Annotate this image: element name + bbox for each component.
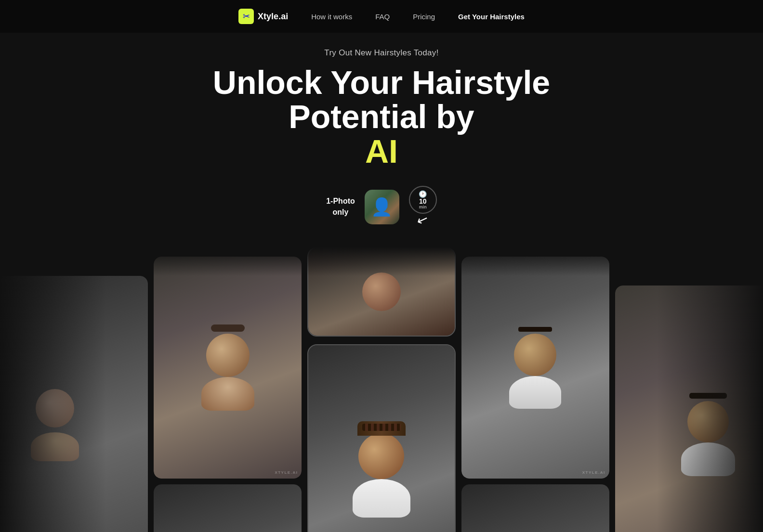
gallery-col-2: XTYLE.AI XTYLE.AI bbox=[154, 257, 302, 532]
hero-section: Try Out New Hairstyles Today! Unlock You… bbox=[0, 0, 763, 228]
gallery-card-center-main: XTYLE.AI bbox=[307, 344, 455, 532]
hero-subtitle: Try Out New Hairstyles Today! bbox=[324, 48, 438, 58]
navbar: ✂ Xtyle.ai How it works FAQ Pricing Get … bbox=[0, 0, 763, 33]
gallery-card: XTYLE.AI bbox=[154, 484, 302, 532]
hero-title-ai: AI bbox=[365, 133, 398, 169]
hero-photo-label: 1-Photoonly bbox=[326, 196, 355, 218]
gallery-col-1 bbox=[0, 276, 148, 532]
gallery-card: XTYLE.AI bbox=[154, 257, 302, 479]
timer-unit: min bbox=[419, 205, 427, 209]
hero-photo-thumb bbox=[365, 190, 399, 224]
nav-get-hairstyles[interactable]: Get Your Hairstyles bbox=[458, 13, 525, 21]
gallery-col-center: XTYLE.AI bbox=[307, 247, 455, 532]
gallery-card bbox=[0, 276, 148, 532]
gallery-card: XTYLE.AI bbox=[615, 285, 763, 532]
hero-photo-row: 1-Photoonly 🕐 10 min ↙ bbox=[326, 186, 437, 228]
timer-icon: 🕐 bbox=[419, 190, 427, 198]
gallery-card: XTYLE.AI bbox=[461, 257, 609, 479]
nav-how-it-works[interactable]: How it works bbox=[311, 13, 352, 21]
timer-circle: 🕐 10 min bbox=[409, 186, 437, 214]
gallery-section: XTYLE.AI XTYLE.AI bbox=[0, 247, 763, 532]
hero-title: Unlock Your Hairstyle Potential by AI bbox=[165, 65, 598, 169]
gallery-col-4: XTYLE.AI XTYLE.AI bbox=[461, 257, 609, 532]
gallery-card-center-top bbox=[307, 247, 455, 337]
nav-pricing[interactable]: Pricing bbox=[413, 13, 435, 21]
logo-icon: ✂ bbox=[238, 9, 254, 24]
watermark-4: XTYLE.AI bbox=[582, 470, 605, 475]
gallery-grid: XTYLE.AI XTYLE.AI bbox=[0, 247, 763, 532]
watermark-2: XTYLE.AI bbox=[275, 470, 298, 475]
logo-link[interactable]: ✂ Xtyle.ai bbox=[238, 9, 288, 24]
gallery-col-5: XTYLE.AI bbox=[615, 285, 763, 532]
hero-title-line1: Unlock Your Hairstyle Potential by bbox=[213, 64, 550, 135]
logo-text: Xtyle.ai bbox=[258, 12, 288, 22]
gallery-card: XTYLE.AI bbox=[461, 484, 609, 532]
timer-number: 10 bbox=[419, 198, 427, 205]
timer-arrow-icon: ↙ bbox=[415, 210, 431, 229]
hero-timer: 🕐 10 min ↙ bbox=[409, 186, 437, 228]
nav-faq[interactable]: FAQ bbox=[375, 13, 390, 21]
